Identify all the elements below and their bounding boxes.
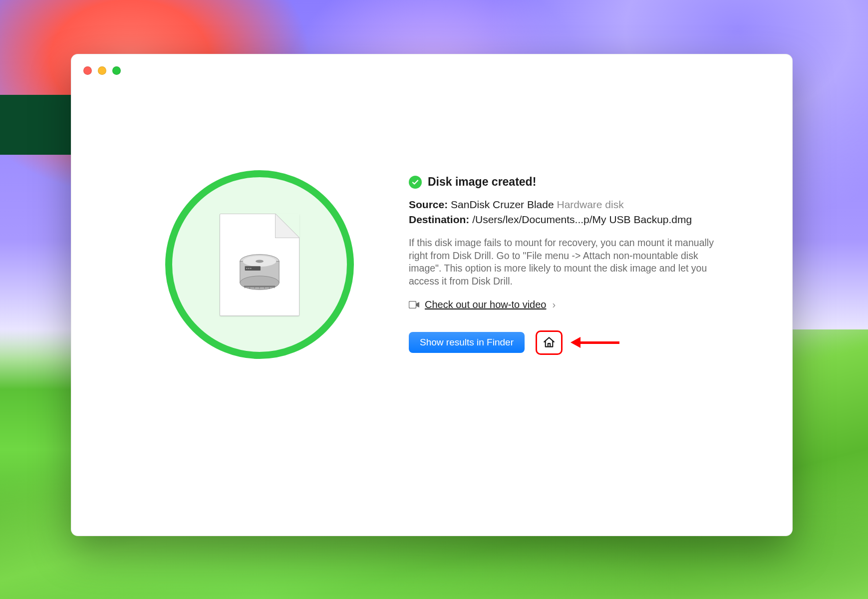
chevron-right-icon: › [552,299,556,310]
success-circle [165,170,354,359]
svg-point-4 [256,260,264,263]
show-in-finder-button[interactable]: Show results in Finder [409,332,525,353]
minimize-window-button[interactable] [98,66,106,75]
source-value: SanDisk Cruzer Blade [451,199,554,210]
video-link-row: Check out our how-to video › [409,299,728,310]
svg-point-7 [248,268,250,269]
arrow-head-icon [571,337,580,348]
zoom-window-button[interactable] [112,66,121,75]
app-window: Disk image created! Source: SanDisk Cruz… [71,54,793,536]
home-button[interactable] [536,330,563,355]
destination-label: Destination: [409,214,469,225]
svg-rect-17 [409,301,416,308]
help-text: If this disk image fails to mount for re… [409,237,728,288]
annotation-arrow [571,337,619,348]
source-type: Hardware disk [557,199,623,210]
howto-video-link[interactable]: Check out our how-to video [425,299,546,310]
disk-image-document-icon [220,214,299,316]
destination-value: /Users/lex/Documents...p/My USB Backup.d… [472,214,692,225]
checkmark-icon [409,176,422,189]
title-row: Disk image created! [409,175,728,189]
svg-point-6 [246,268,248,269]
close-window-button[interactable] [83,66,92,75]
source-label: Source: [409,199,448,210]
page-title: Disk image created! [428,175,536,189]
svg-point-8 [250,268,252,269]
destination-line: Destination: /Users/lex/Documents...p/My… [409,214,728,226]
home-icon [543,336,556,349]
window-controls [83,66,121,75]
hard-drive-icon [235,248,284,297]
arrow-line [580,341,619,344]
source-line: Source: SanDisk Cruzer Blade Hardware di… [409,199,728,211]
video-camera-icon [409,301,420,308]
